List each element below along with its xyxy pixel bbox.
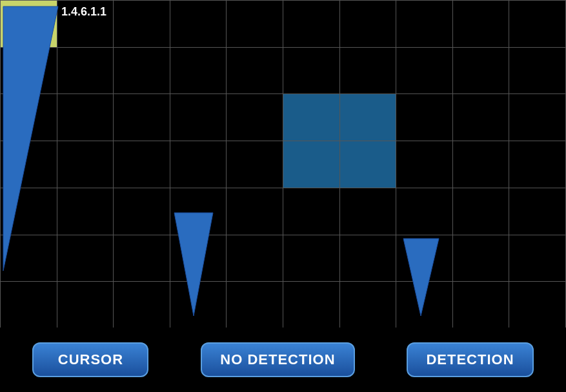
grid-cell-3-5 [283,141,340,188]
grid-cell-3-7 [396,141,453,188]
grid-cell-2-4 [227,94,283,141]
cursor-badge: CURSOR [32,342,148,377]
grid-cell-4-8 [453,188,510,235]
grid-cell-4-5 [283,188,340,235]
grid-cell-5-4 [227,235,283,282]
grid-cell-5-9 [509,235,566,282]
grid-cell-6-7 [396,282,453,329]
grid-cell-1-7 [396,48,453,95]
grid-cell-0-4 [227,1,283,48]
grid-cell-3-6 [340,141,397,188]
grid-cell-0-9 [509,1,566,48]
grid-cell-1-4 [227,48,283,95]
cursor-label: CURSOR [58,351,123,368]
grid-cell-5-0 [1,235,57,282]
grid-cell-1-1 [57,48,114,95]
grid-cell-1-2 [114,48,170,95]
grid-cell-6-8 [453,282,510,329]
grid-cell-0-5 [283,1,340,48]
grid-cell-1-9 [509,48,566,95]
grid-cell-6-1 [57,282,114,329]
grid-cell-3-1 [57,141,114,188]
grid-cell-1-5 [283,48,340,95]
grid-cell-6-5 [283,282,340,329]
no-detection-badge: NO DETECTION [201,342,354,377]
grid-cell-4-7 [396,188,453,235]
grid-cell-6-6 [340,282,397,329]
grid-cell-4-3 [170,188,227,235]
grid-cell-0-2 [114,1,170,48]
grid-cell-3-2 [114,141,170,188]
grid-cell-1-6 [340,48,397,95]
grid-cell-6-9 [509,282,566,329]
grid-cell-4-1 [57,188,114,235]
grid-cell-5-1 [57,235,114,282]
grid-label: 1.4.6.1.1 [61,5,106,19]
grid-cell-3-9 [509,141,566,188]
grid-cell-3-4 [227,141,283,188]
grid-cell-2-7 [396,94,453,141]
grid [0,0,566,329]
grid-cell-4-6 [340,188,397,235]
grid-cell-5-3 [170,235,227,282]
grid-cell-4-9 [509,188,566,235]
grid-cell-5-6 [340,235,397,282]
grid-cell-2-3 [170,94,227,141]
grid-cell-4-2 [114,188,170,235]
grid-cell-0-0 [1,1,57,48]
grid-cell-2-6 [340,94,397,141]
detection-badge: DETECTION [407,342,533,377]
grid-cell-4-0 [1,188,57,235]
no-detection-label: NO DETECTION [220,351,335,368]
detection-label: DETECTION [426,351,514,368]
grid-cell-3-3 [170,141,227,188]
labels-bar: CURSOR NO DETECTION DETECTION [0,328,566,392]
grid-cell-1-3 [170,48,227,95]
grid-cell-2-0 [1,94,57,141]
grid-cell-4-4 [227,188,283,235]
grid-cell-2-5 [283,94,340,141]
grid-cell-5-7 [396,235,453,282]
grid-cell-1-0 [1,48,57,95]
grid-cell-5-5 [283,235,340,282]
grid-cell-5-8 [453,235,510,282]
grid-cell-0-8 [453,1,510,48]
grid-cell-2-8 [453,94,510,141]
grid-cell-6-2 [114,282,170,329]
grid-cell-3-0 [1,141,57,188]
grid-cell-0-6 [340,1,397,48]
grid-cell-3-8 [453,141,510,188]
grid-cell-5-2 [114,235,170,282]
grid-cell-0-3 [170,1,227,48]
grid-cell-0-7 [396,1,453,48]
grid-cell-2-2 [114,94,170,141]
grid-cell-2-9 [509,94,566,141]
grid-cell-6-4 [227,282,283,329]
grid-cell-2-1 [57,94,114,141]
grid-cell-6-3 [170,282,227,329]
grid-cell-6-0 [1,282,57,329]
grid-cell-1-8 [453,48,510,95]
